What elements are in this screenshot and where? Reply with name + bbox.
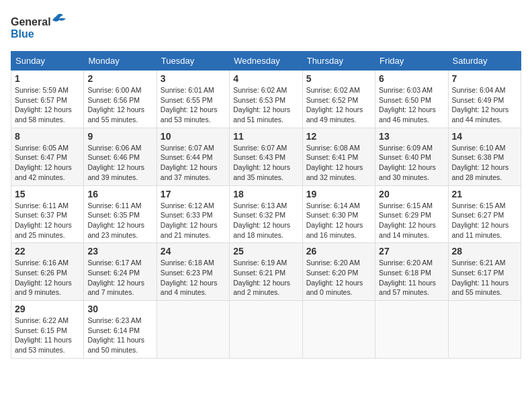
daylight-label: Daylight: 11 hours and 53 minutes. (15, 336, 72, 354)
calendar-cell: 23 Sunrise: 6:17 AM Sunset: 6:24 PM Dayl… (84, 243, 157, 301)
day-number: 8 (15, 131, 80, 142)
sunset-label: Sunset: 6:49 PM (452, 96, 504, 104)
sunset-label: Sunset: 6:53 PM (233, 96, 285, 104)
day-number: 9 (87, 131, 152, 142)
daylight-label: Daylight: 12 hours and 18 minutes. (233, 221, 290, 239)
sunrise-label: Sunrise: 6:01 AM (161, 86, 214, 94)
day-info: Sunrise: 6:07 AM Sunset: 6:44 PM Dayligh… (161, 143, 226, 183)
sunrise-label: Sunrise: 6:12 AM (161, 201, 214, 210)
calendar-week-row: 15 Sunrise: 6:11 AM Sunset: 6:37 PM Dayl… (11, 185, 521, 243)
day-number: 30 (87, 304, 152, 314)
sunrise-label: Sunrise: 6:14 AM (306, 201, 360, 210)
day-info: Sunrise: 6:16 AM Sunset: 6:26 PM Dayligh… (15, 258, 80, 298)
daylight-label: Daylight: 12 hours and 49 minutes. (306, 105, 363, 124)
sunrise-label: Sunrise: 6:17 AM (87, 259, 141, 267)
svg-text:Blue: Blue (11, 28, 34, 40)
daylight-label: Daylight: 12 hours and 16 minutes. (306, 221, 363, 239)
day-number: 21 (452, 189, 517, 199)
daylight-label: Daylight: 11 hours and 57 minutes. (379, 279, 436, 297)
day-info: Sunrise: 6:09 AM Sunset: 6:40 PM Dayligh… (379, 143, 444, 183)
calendar-cell: 12 Sunrise: 6:08 AM Sunset: 6:41 PM Dayl… (302, 128, 375, 185)
day-number: 18 (233, 189, 298, 199)
daylight-label: Daylight: 12 hours and 55 minutes. (87, 105, 144, 124)
daylight-label: Daylight: 12 hours and 30 minutes. (379, 163, 436, 181)
sunrise-label: Sunrise: 6:09 AM (379, 144, 433, 152)
calendar-cell: 11 Sunrise: 6:07 AM Sunset: 6:43 PM Dayl… (230, 128, 302, 185)
sunset-label: Sunset: 6:40 PM (379, 153, 431, 161)
calendar-cell: 13 Sunrise: 6:09 AM Sunset: 6:40 PM Dayl… (375, 128, 448, 185)
daylight-label: Daylight: 12 hours and 42 minutes. (15, 163, 72, 181)
weekday-header-row: SundayMondayTuesdayWednesdayThursdayFrid… (11, 52, 521, 71)
calendar-cell (375, 301, 448, 359)
calendar-cell: 24 Sunrise: 6:18 AM Sunset: 6:23 PM Dayl… (157, 243, 229, 301)
daylight-label: Daylight: 12 hours and 11 minutes. (452, 221, 509, 239)
day-info: Sunrise: 6:20 AM Sunset: 6:20 PM Dayligh… (306, 258, 371, 298)
daylight-label: Daylight: 12 hours and 4 minutes. (161, 279, 218, 297)
sunset-label: Sunset: 6:29 PM (379, 211, 431, 219)
daylight-label: Daylight: 11 hours and 50 minutes. (87, 336, 144, 354)
day-info: Sunrise: 6:05 AM Sunset: 6:47 PM Dayligh… (15, 143, 80, 183)
logo-svg: General Blue (11, 11, 71, 44)
daylight-label: Daylight: 12 hours and 14 minutes. (379, 221, 436, 239)
calendar-cell (230, 301, 302, 359)
sunset-label: Sunset: 6:38 PM (452, 153, 504, 161)
daylight-label: Daylight: 12 hours and 25 minutes. (15, 221, 72, 239)
logo: General Blue (11, 11, 71, 44)
day-number: 11 (233, 131, 298, 142)
sunrise-label: Sunrise: 6:20 AM (306, 259, 360, 267)
sunrise-label: Sunrise: 6:13 AM (233, 201, 287, 210)
sunrise-label: Sunrise: 6:20 AM (379, 259, 433, 267)
day-number: 25 (233, 246, 298, 257)
day-number: 7 (452, 73, 517, 84)
day-info: Sunrise: 6:12 AM Sunset: 6:33 PM Dayligh… (161, 201, 226, 240)
sunrise-label: Sunrise: 6:19 AM (233, 259, 287, 267)
sunset-label: Sunset: 6:46 PM (87, 153, 140, 161)
sunset-label: Sunset: 6:18 PM (379, 269, 431, 277)
day-number: 6 (379, 73, 444, 84)
sunset-label: Sunset: 6:20 PM (306, 269, 359, 277)
svg-text:General: General (11, 16, 51, 28)
day-number: 1 (15, 73, 80, 84)
weekday-header: Friday (375, 52, 448, 71)
sunset-label: Sunset: 6:43 PM (233, 153, 285, 161)
sunset-label: Sunset: 6:17 PM (452, 269, 504, 277)
daylight-label: Daylight: 12 hours and 35 minutes. (233, 163, 290, 181)
day-info: Sunrise: 6:14 AM Sunset: 6:30 PM Dayligh… (306, 201, 371, 240)
calendar-cell: 7 Sunrise: 6:04 AM Sunset: 6:49 PM Dayli… (448, 71, 521, 128)
day-number: 16 (87, 189, 152, 199)
calendar-cell: 3 Sunrise: 6:01 AM Sunset: 6:55 PM Dayli… (157, 71, 229, 128)
calendar-cell (302, 301, 375, 359)
calendar-cell: 27 Sunrise: 6:20 AM Sunset: 6:18 PM Dayl… (375, 243, 448, 301)
daylight-label: Daylight: 12 hours and 37 minutes. (161, 163, 218, 181)
sunset-label: Sunset: 6:33 PM (161, 211, 213, 219)
sunrise-label: Sunrise: 6:22 AM (15, 316, 69, 324)
sunset-label: Sunset: 6:55 PM (161, 96, 213, 104)
day-number: 4 (233, 73, 298, 84)
sunset-label: Sunset: 6:26 PM (15, 269, 67, 277)
sunset-label: Sunset: 6:21 PM (233, 269, 285, 277)
day-info: Sunrise: 6:02 AM Sunset: 6:53 PM Dayligh… (233, 85, 298, 125)
sunset-label: Sunset: 6:24 PM (87, 269, 140, 277)
day-info: Sunrise: 6:03 AM Sunset: 6:50 PM Dayligh… (379, 85, 444, 125)
daylight-label: Daylight: 12 hours and 44 minutes. (452, 105, 509, 124)
sunset-label: Sunset: 6:41 PM (306, 153, 359, 161)
day-number: 12 (306, 131, 371, 142)
daylight-label: Daylight: 12 hours and 0 minutes. (306, 279, 363, 297)
sunrise-label: Sunrise: 6:04 AM (452, 86, 506, 94)
daylight-label: Daylight: 12 hours and 46 minutes. (379, 105, 436, 124)
day-info: Sunrise: 6:04 AM Sunset: 6:49 PM Dayligh… (452, 85, 517, 125)
day-number: 5 (306, 73, 371, 84)
day-info: Sunrise: 6:11 AM Sunset: 6:37 PM Dayligh… (15, 201, 80, 240)
day-number: 28 (452, 246, 517, 257)
day-info: Sunrise: 6:17 AM Sunset: 6:24 PM Dayligh… (87, 258, 152, 298)
daylight-label: Daylight: 12 hours and 23 minutes. (87, 221, 144, 239)
day-number: 2 (87, 73, 152, 84)
weekday-header: Monday (84, 52, 157, 71)
calendar-cell: 10 Sunrise: 6:07 AM Sunset: 6:44 PM Dayl… (157, 128, 229, 185)
calendar-cell: 18 Sunrise: 6:13 AM Sunset: 6:32 PM Dayl… (230, 185, 302, 243)
sunrise-label: Sunrise: 6:02 AM (306, 86, 360, 94)
daylight-label: Daylight: 12 hours and 53 minutes. (161, 105, 218, 124)
calendar-cell: 22 Sunrise: 6:16 AM Sunset: 6:26 PM Dayl… (11, 243, 84, 301)
sunrise-label: Sunrise: 6:02 AM (233, 86, 287, 94)
sunset-label: Sunset: 6:56 PM (87, 96, 140, 104)
